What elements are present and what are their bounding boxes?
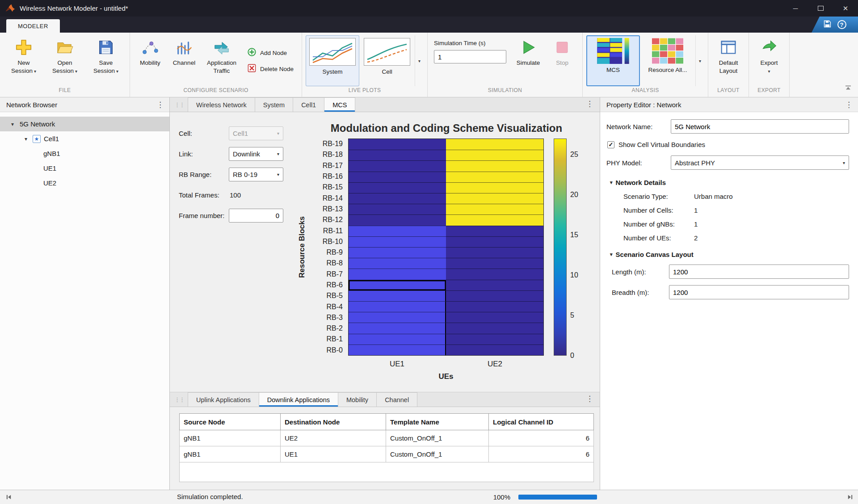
- heatmap-cell-ue1-rb-0[interactable]: [349, 344, 446, 355]
- simulation-time-input[interactable]: [434, 50, 506, 63]
- analysis-gallery-dropdown[interactable]: ▾: [695, 35, 704, 86]
- length-input[interactable]: [669, 265, 849, 279]
- tab-channel[interactable]: Channel: [376, 392, 417, 407]
- rb-range-dropdown[interactable]: RB 0-19 ▾: [229, 168, 283, 181]
- heatmap-cell-ue1-rb-7[interactable]: [349, 269, 446, 279]
- heatmap-cell-ue2-rb-8[interactable]: [446, 258, 543, 269]
- heatmap-cell-ue1-rb-3[interactable]: [349, 312, 446, 323]
- tree-item-ue1[interactable]: UE1: [0, 161, 169, 176]
- drag-grip-icon[interactable]: ⋮⋮: [174, 396, 184, 403]
- cell-plot-button[interactable]: Cell: [360, 35, 414, 86]
- heatmap-cell-ue1-rb-6[interactable]: [349, 280, 446, 290]
- cell-source-node[interactable]: gNB1: [180, 446, 281, 462]
- heatmap-cell-ue1-rb-1[interactable]: [349, 334, 446, 344]
- heatmap-cell-ue1-rb-13[interactable]: [349, 204, 446, 214]
- panel-menu-icon[interactable]: ⋮: [845, 100, 853, 109]
- cell-logical-channel-id[interactable]: 6: [489, 430, 594, 446]
- system-plot-button[interactable]: System: [306, 35, 359, 86]
- tab-downlink-applications[interactable]: Downlink Applications: [259, 392, 338, 407]
- save-session-button[interactable]: SaveSession▾: [86, 35, 126, 86]
- heatmap-cell-ue1-rb-11[interactable]: [349, 226, 446, 236]
- tree-item-cell1[interactable]: ▾ ★ Cell1: [0, 131, 169, 146]
- heatmap-cell-ue2-rb-0[interactable]: [446, 344, 543, 355]
- heatmap-cell-ue1-rb-12[interactable]: [349, 214, 446, 225]
- heatmap-cell-ue2-rb-7[interactable]: [446, 269, 543, 279]
- tab-cell1[interactable]: Cell1: [293, 97, 324, 112]
- heatmap-cell-ue1-rb-16[interactable]: [349, 172, 446, 182]
- heatmap-cell-ue1-rb-8[interactable]: [349, 258, 446, 269]
- phy-model-dropdown[interactable]: Abstract PHY ▾: [671, 155, 849, 170]
- cell-dropdown[interactable]: Cell1 ▾: [229, 126, 283, 140]
- heatmap-cell-ue2-rb-19[interactable]: [446, 139, 543, 150]
- heatmap-cell-ue2-rb-11[interactable]: [446, 226, 543, 236]
- simulate-button[interactable]: Simulate: [512, 35, 545, 86]
- heatmap-cell-ue1-rb-9[interactable]: [349, 247, 446, 258]
- cell-template-name[interactable]: Custom_OnOff_1: [386, 430, 489, 446]
- heatmap-cell-ue2-rb-1[interactable]: [446, 334, 543, 344]
- help-icon[interactable]: ?: [837, 20, 846, 29]
- cell-template-name[interactable]: Custom_OnOff_1: [386, 446, 489, 462]
- delete-node-button[interactable]: Delete Node: [247, 63, 294, 74]
- heatmap-cell-ue1-rb-18[interactable]: [349, 150, 446, 160]
- heatmap-cell-ue2-rb-15[interactable]: [446, 182, 543, 193]
- cell-destination-node[interactable]: UE1: [281, 446, 386, 462]
- save-icon[interactable]: [824, 20, 831, 29]
- stop-button[interactable]: Stop: [546, 35, 579, 86]
- bottom-tab-bar-menu-icon[interactable]: ⋮: [586, 394, 593, 403]
- tree-expand-icon[interactable]: ▾: [9, 121, 16, 127]
- heatmap-cell-ue2-rb-10[interactable]: [446, 236, 543, 247]
- close-button[interactable]: ✕: [833, 0, 858, 17]
- cell-logical-channel-id[interactable]: 6: [489, 446, 594, 462]
- heatmap-cell-ue1-rb-15[interactable]: [349, 182, 446, 193]
- network-name-input[interactable]: [671, 119, 849, 134]
- panel-menu-icon[interactable]: ⋮: [156, 100, 164, 109]
- table-row[interactable]: gNB1 UE1 Custom_OnOff_1 6: [180, 446, 594, 462]
- live-plots-gallery-dropdown[interactable]: ▾: [415, 35, 424, 86]
- network-details-section-header[interactable]: ▾ Network Details: [610, 179, 849, 186]
- table-row[interactable]: gNB1 UE2 Custom_OnOff_1 6: [180, 430, 594, 446]
- default-layout-button[interactable]: DefaultLayout: [712, 35, 745, 86]
- export-button[interactable]: Export ▾: [753, 35, 786, 86]
- heatmap-cell-ue2-rb-9[interactable]: [446, 247, 543, 258]
- minimize-button[interactable]: ─: [783, 0, 808, 17]
- heatmap-cell-ue1-rb-17[interactable]: [349, 160, 446, 171]
- tree-expand-icon[interactable]: ▾: [22, 136, 29, 142]
- heatmap-cell-ue1-rb-14[interactable]: [349, 193, 446, 204]
- breadth-input[interactable]: [669, 285, 849, 299]
- skip-to-start-icon[interactable]: [5, 494, 12, 502]
- channel-button[interactable]: Channel: [168, 35, 201, 86]
- heatmap-cell-ue2-rb-6[interactable]: [446, 280, 543, 290]
- heatmap-cell-ue2-rb-5[interactable]: [446, 290, 543, 301]
- frame-number-input[interactable]: [229, 209, 283, 223]
- tree-item-5g-network[interactable]: ▾ 5G Network: [0, 117, 169, 131]
- heatmap-cell-ue2-rb-18[interactable]: [446, 150, 543, 160]
- tab-mobility[interactable]: Mobility: [338, 392, 376, 407]
- cell-destination-node[interactable]: UE2: [281, 430, 386, 446]
- show-boundaries-row[interactable]: ✓ Show Cell Virtual Boundaries: [607, 141, 849, 148]
- heatmap-cell-ue2-rb-3[interactable]: [446, 312, 543, 323]
- heatmap-cell-ue1-rb-5[interactable]: [349, 290, 446, 301]
- cell-source-node[interactable]: gNB1: [180, 430, 281, 446]
- mcs-plot-button[interactable]: MCS: [586, 35, 640, 86]
- mobility-button[interactable]: Mobility: [134, 35, 167, 86]
- drag-grip-icon[interactable]: ⋮⋮: [174, 101, 184, 108]
- application-traffic-button[interactable]: ApplicationTraffic: [202, 35, 242, 86]
- heatmap-cell-ue1-rb-19[interactable]: [349, 139, 446, 150]
- tree-item-gnb1[interactable]: gNB1: [0, 146, 169, 161]
- tab-modeler[interactable]: MODELER: [6, 19, 60, 33]
- tab-wireless-network[interactable]: Wireless Network: [188, 97, 255, 112]
- tree-item-ue2[interactable]: UE2: [0, 176, 169, 190]
- heatmap-cell-ue2-rb-2[interactable]: [446, 323, 543, 333]
- heatmap-cell-ue1-rb-2[interactable]: [349, 323, 446, 333]
- maximize-button[interactable]: [808, 0, 833, 17]
- heatmap-cell-ue2-rb-16[interactable]: [446, 172, 543, 182]
- heatmap-cell-ue1-rb-10[interactable]: [349, 236, 446, 247]
- resource-allocation-plot-button[interactable]: Resource All...: [641, 35, 694, 86]
- new-session-button[interactable]: NewSession▾: [4, 35, 44, 86]
- scenario-canvas-layout-section-header[interactable]: ▾ Scenario Canvas Layout: [610, 251, 849, 258]
- collapse-toolstrip-button[interactable]: [845, 84, 852, 92]
- tab-uplink-applications[interactable]: Uplink Applications: [188, 392, 259, 407]
- open-session-button[interactable]: OpenSession▾: [45, 35, 85, 86]
- heatmap-cell-ue2-rb-14[interactable]: [446, 193, 543, 204]
- add-node-button[interactable]: Add Node: [247, 47, 294, 58]
